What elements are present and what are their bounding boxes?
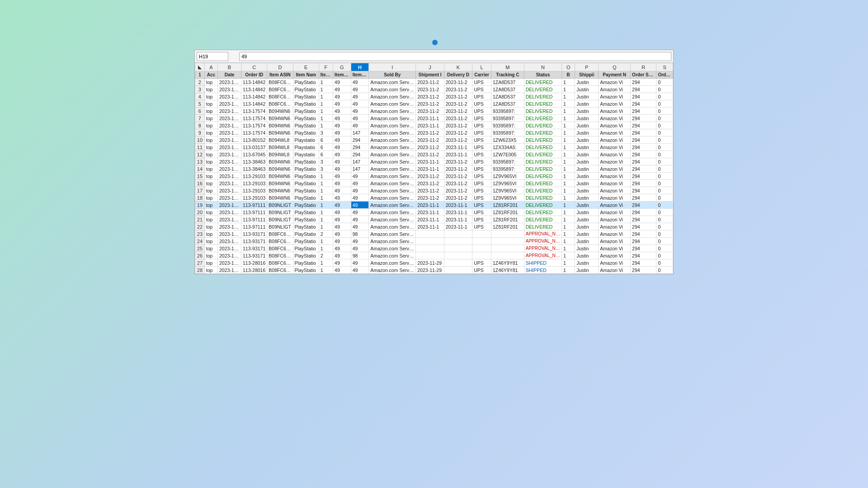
table-cell[interactable]: 0	[656, 180, 673, 187]
table-cell[interactable]: 2023-11-1	[416, 209, 444, 216]
table-cell[interactable]: Amazon.com Services LLC	[369, 165, 416, 173]
table-cell[interactable]: 49	[333, 93, 351, 100]
table-cell[interactable]: B094WN6	[267, 173, 293, 180]
table-cell[interactable]: 49	[333, 245, 351, 252]
table-cell[interactable]: DELIVERED	[524, 100, 561, 108]
table-cell[interactable]: 0	[656, 151, 673, 158]
table-cell[interactable]: 49	[351, 209, 369, 216]
table-cell[interactable]: 2023-11-2	[444, 93, 472, 100]
table-cell[interactable]: top	[204, 252, 217, 259]
table-cell[interactable]: 1Z9V965VI	[491, 173, 524, 180]
table-cell[interactable]: Justin	[575, 202, 599, 209]
table-cell[interactable]: 1	[562, 136, 575, 144]
table-cell[interactable]: 2023-11-1	[217, 252, 241, 259]
table-cell[interactable]: PlayStatio	[293, 187, 319, 194]
table-cell[interactable]: top	[204, 267, 217, 274]
table-cell[interactable]: 113-80152	[241, 136, 267, 144]
table-cell[interactable]	[416, 245, 444, 252]
table-cell[interactable]: Amazon.com Services LLC	[369, 86, 416, 93]
table-cell[interactable]: top	[204, 245, 217, 252]
table-cell[interactable]	[491, 230, 524, 238]
table-cell[interactable]: 113-29103	[241, 187, 267, 194]
table-cell[interactable]: 2023-11-1	[217, 122, 241, 129]
table-cell[interactable]: 1	[319, 108, 333, 115]
table-cell[interactable]: DELIVERED	[524, 223, 561, 230]
table-cell[interactable]: 49	[351, 259, 369, 267]
table-cell[interactable]: 49	[351, 180, 369, 187]
table-cell[interactable]: Amazon.com Services LLC	[369, 144, 416, 151]
table-cell[interactable]: 2023-11-2	[444, 158, 472, 165]
table-cell[interactable]: top	[204, 100, 217, 108]
table-cell[interactable]: 1	[562, 100, 575, 108]
table-cell[interactable]: 113-97111	[241, 202, 267, 209]
table-cell[interactable]: 294	[631, 100, 656, 108]
table-cell[interactable]: 2023-11-2	[444, 115, 472, 122]
table-cell[interactable]: 1	[319, 194, 333, 202]
col-header-L[interactable]: L	[472, 63, 491, 71]
table-cell[interactable]: 1Z9V965VI	[491, 187, 524, 194]
table-cell[interactable]: 0	[656, 230, 673, 238]
table-cell[interactable]: 0	[656, 108, 673, 115]
table-cell[interactable]: 1	[562, 202, 575, 209]
table-cell[interactable]	[416, 230, 444, 238]
table-cell[interactable]: 1	[319, 216, 333, 223]
table-cell[interactable]: 1	[562, 158, 575, 165]
table-cell[interactable]: B08FC6C7	[267, 93, 293, 100]
table-cell[interactable]: 49	[333, 158, 351, 165]
table-cell[interactable]: 49	[333, 194, 351, 202]
table-cell[interactable]: Justin	[575, 136, 599, 144]
table-cell[interactable]	[472, 230, 491, 238]
table-cell[interactable]: 113-93171	[241, 252, 267, 259]
table-cell[interactable]: top	[204, 86, 217, 93]
table-cell[interactable]: Amazon Vi	[599, 93, 631, 100]
table-cell[interactable]: B094WN6	[267, 194, 293, 202]
table-cell[interactable]: B094WN6	[267, 115, 293, 122]
table-cell[interactable]: 294	[631, 180, 656, 187]
table-cell[interactable]: 1	[319, 122, 333, 129]
table-cell[interactable]: top	[204, 158, 217, 165]
table-cell[interactable]: 1Z81RF201	[491, 209, 524, 216]
table-cell[interactable]: 49	[351, 86, 369, 93]
table-cell[interactable]: 93395897:	[491, 165, 524, 173]
table-cell[interactable]: 1	[319, 187, 333, 194]
table-cell[interactable]: 113-17574	[241, 108, 267, 115]
table-cell[interactable]: 2023-11-1	[416, 115, 444, 122]
table-cell[interactable]: 294	[631, 259, 656, 267]
table-cell[interactable]: B08FC6C7	[267, 267, 293, 274]
table-cell[interactable]: 113-28016	[241, 267, 267, 274]
table-cell[interactable]: UPS	[472, 223, 491, 230]
col-header-A[interactable]: A	[204, 63, 217, 71]
table-cell[interactable]: 49	[333, 165, 351, 173]
table-cell[interactable]: Amazon.com Services LLC	[369, 230, 416, 238]
table-cell[interactable]: Amazon Vi	[599, 209, 631, 216]
table-cell[interactable]: PlayStatio	[293, 180, 319, 187]
table-cell[interactable]: 49	[351, 100, 369, 108]
table-cell[interactable]: top	[204, 216, 217, 223]
table-cell[interactable]: Amazon.com Services LLC	[369, 252, 416, 259]
table-cell[interactable]: PlayStatio	[293, 194, 319, 202]
table-cell[interactable]: 1	[562, 173, 575, 180]
table-cell[interactable]: 1Z9V965VI	[491, 180, 524, 187]
table-cell[interactable]: 113-14842	[241, 79, 267, 86]
table-cell[interactable]: 294	[631, 202, 656, 209]
table-cell[interactable]: 2023-11-2	[416, 108, 444, 115]
table-cell[interactable]: B094WL8	[267, 144, 293, 151]
table-cell[interactable]: 294	[631, 194, 656, 202]
table-cell[interactable]: 2023-11-1	[217, 245, 241, 252]
table-cell[interactable]: Justin	[575, 173, 599, 180]
table-cell[interactable]: 2023-11-1	[217, 100, 241, 108]
table-cell[interactable]: 1	[319, 93, 333, 100]
table-cell[interactable]	[444, 230, 472, 238]
table-cell[interactable]: 1	[562, 129, 575, 136]
table-cell[interactable]: 49	[333, 238, 351, 245]
table-cell[interactable]: Amazon Vi	[599, 202, 631, 209]
table-cell[interactable]: 113-67045	[241, 151, 267, 158]
table-cell[interactable]: Amazon.com Services LLC	[369, 267, 416, 274]
table-cell[interactable]: 294	[351, 144, 369, 151]
table-cell[interactable]: 6	[319, 136, 333, 144]
table-cell[interactable]: 49	[333, 230, 351, 238]
table-cell[interactable]: UPS	[472, 267, 491, 274]
col-header-J[interactable]: J	[416, 63, 444, 71]
table-cell[interactable]: Justin	[575, 100, 599, 108]
table-cell[interactable]: 2023-11-2	[416, 173, 444, 180]
